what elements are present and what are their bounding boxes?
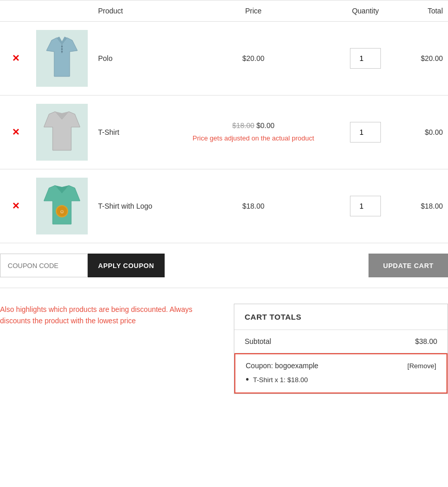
quantity-cell	[334, 96, 396, 169]
remove-cell: ✕	[0, 22, 31, 96]
apply-coupon-button[interactable]: APPLY COUPON	[88, 254, 165, 277]
subtotal-value: $38.00	[415, 337, 437, 345]
update-cart-button[interactable]: UPDATE CART	[369, 254, 448, 277]
table-row: ✕ Polo $20.00 $20.00	[0, 22, 448, 96]
quantity-input[interactable]	[350, 196, 381, 216]
svg-point-4	[61, 49, 63, 50]
remove-item-button[interactable]: ✕	[12, 200, 20, 212]
svg-text:☺: ☺	[59, 209, 65, 214]
svg-point-3	[61, 46, 63, 48]
subtotal-row: Subtotal $38.00	[234, 330, 447, 353]
quantity-cell	[334, 22, 396, 96]
price-cell: $18.00$0.00 Price gets adjusted on the a…	[172, 96, 334, 169]
col-header-product: Product	[93, 1, 172, 22]
subtotal-label: Subtotal	[245, 337, 271, 345]
left-note: Also highlights which products are being…	[0, 304, 223, 394]
price-cell: $20.00	[172, 22, 334, 96]
product-name: Polo	[98, 54, 113, 62]
table-row: ✕ ☺ T-Shirt with Logo $18.00 $18.00	[0, 169, 448, 243]
col-header-total: Total	[396, 1, 448, 22]
coupon-header: Coupon: bogoexample [Remove]	[246, 362, 436, 370]
col-header-remove	[0, 1, 31, 22]
product-image-cell	[31, 96, 93, 169]
total-cell: $18.00	[396, 169, 448, 243]
price-cell: $18.00	[172, 169, 334, 243]
price-display: $18.00	[178, 202, 329, 210]
product-name-cell: T-Shirt with Logo	[93, 169, 172, 243]
product-name: T-Shirt with Logo	[98, 202, 152, 210]
coupon-input[interactable]	[0, 254, 88, 277]
col-header-image	[31, 1, 93, 22]
sale-price: $0.00	[257, 121, 275, 130]
item-total: $20.00	[421, 54, 443, 62]
cart-table: Product Price Quantity Total ✕ Polo $20.…	[0, 0, 448, 243]
svg-point-5	[61, 51, 63, 53]
remove-cell: ✕	[0, 169, 31, 243]
total-cell: $0.00	[396, 96, 448, 169]
item-price: $18.00	[242, 202, 264, 210]
quantity-input[interactable]	[350, 48, 381, 69]
coupon-name: Coupon: bogoexample	[246, 362, 318, 370]
product-name: T-Shirt	[98, 128, 119, 136]
discount-note-text: Also highlights which products are being…	[0, 304, 213, 327]
bottom-section: Also highlights which products are being…	[0, 288, 448, 410]
item-total: $18.00	[421, 202, 443, 210]
product-image-wrapper	[36, 30, 88, 87]
price-display: $20.00	[178, 54, 329, 62]
coupon-detail: • T-Shirt x 1: $18.00	[246, 375, 436, 385]
cart-totals: CART TOTALS Subtotal $38.00 Coupon: bogo…	[234, 304, 448, 394]
col-header-price: Price	[172, 1, 334, 22]
product-image-wrapper	[36, 104, 88, 161]
product-image-cell: ☺	[31, 169, 93, 243]
coupon-block: Coupon: bogoexample [Remove] • T-Shirt x…	[234, 353, 447, 394]
remove-cell: ✕	[0, 96, 31, 169]
product-name-cell: T-Shirt	[93, 96, 172, 169]
product-image-wrapper: ☺	[36, 178, 88, 234]
original-price: $18.00	[232, 121, 254, 130]
item-total: $0.00	[425, 128, 443, 136]
col-header-quantity: Quantity	[334, 1, 396, 22]
remove-coupon-link[interactable]: [Remove]	[407, 362, 436, 370]
remove-item-button[interactable]: ✕	[12, 127, 20, 138]
price-note: Price gets adjusted on the actual produc…	[178, 134, 329, 143]
cart-totals-title: CART TOTALS	[234, 304, 447, 330]
quantity-cell	[334, 169, 396, 243]
table-row: ✕ T-Shirt $18.00$0.00 Price gets adjuste…	[0, 96, 448, 169]
price-display: $18.00$0.00	[178, 121, 329, 130]
total-cell: $20.00	[396, 22, 448, 96]
quantity-input[interactable]	[350, 122, 381, 143]
coupon-item-text: T-Shirt x 1: $18.00	[253, 375, 308, 385]
item-price: $20.00	[242, 54, 264, 62]
product-name-cell: Polo	[93, 22, 172, 96]
remove-item-button[interactable]: ✕	[12, 53, 20, 64]
coupon-row: APPLY COUPON UPDATE CART	[0, 243, 448, 288]
product-image-cell	[31, 22, 93, 96]
bullet-icon: •	[246, 375, 249, 384]
